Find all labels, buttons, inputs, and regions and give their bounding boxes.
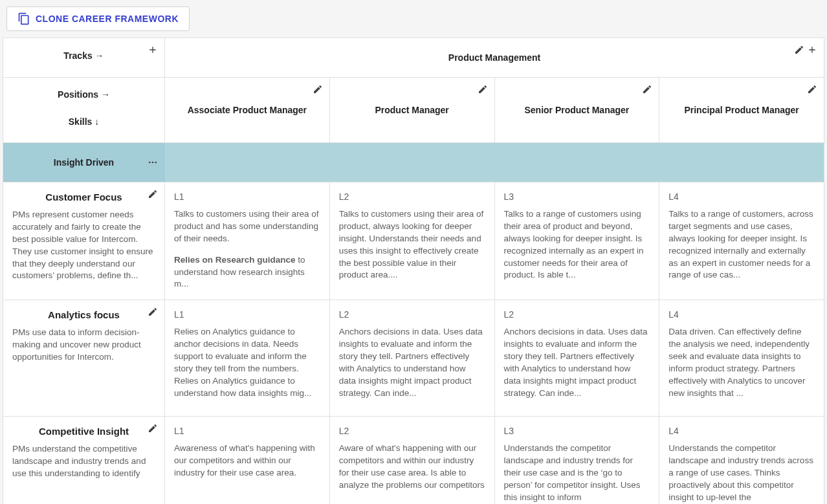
pencil-icon: [313, 84, 323, 94]
cell-body: Talks to a range of customers, across ta…: [668, 208, 815, 281]
svg-point-0: [149, 162, 151, 164]
position-title-2: Senior Product Manager: [524, 105, 629, 115]
edit-skill-1-button[interactable]: [146, 305, 159, 320]
level-label: L3: [504, 426, 650, 436]
copy-icon: [17, 12, 30, 25]
skill-desc-2: PMs understand the competitive landscape…: [12, 443, 155, 480]
cell-body: Anchors decisions in data. Uses data ins…: [339, 326, 485, 399]
category-menu-button[interactable]: [146, 156, 159, 171]
skill-1-cell-3: L4 Data driven. Can effectively define t…: [659, 300, 824, 416]
pencil-icon: [478, 84, 488, 94]
edit-skill-2-button[interactable]: [146, 422, 159, 437]
svg-point-2: [155, 162, 157, 164]
cell-body: Understands the competitor landscape and…: [668, 443, 815, 503]
position-title-1: Product Manager: [375, 105, 448, 115]
edit-position-1-button[interactable]: [476, 83, 489, 98]
cell-body: Relies on Analytics guidance to anchor d…: [174, 326, 320, 399]
pencil-icon: [642, 84, 652, 94]
cell-body-2: Relies on Research guidance to understan…: [174, 254, 320, 291]
cell-body: Data driven. Can effectively define the …: [668, 326, 815, 399]
edit-position-2-button[interactable]: [641, 83, 654, 98]
level-label: L4: [668, 426, 815, 436]
cell-body: Anchors decisions in data. Uses data ins…: [504, 326, 650, 399]
position-col-0: Associate Product Manager: [165, 78, 330, 142]
cell-body-strong: Relies on Research guidance: [174, 255, 296, 265]
skill-desc-0: PMs represent customer needs accurately …: [12, 209, 155, 282]
skill-1-cell-0: L1 Relies on Analytics guidance to ancho…: [165, 300, 330, 416]
skill-row-0: Customer Focus PMs represent customer ne…: [3, 182, 824, 300]
position-title-3: Principal Product Manager: [684, 105, 799, 115]
skill-2-cell-1: L2 Aware of what's happening with our co…: [330, 417, 495, 504]
level-label: L4: [668, 192, 815, 202]
edit-position-3-button[interactable]: [806, 83, 819, 98]
cell-body: Aware of what's happening with our compe…: [339, 443, 485, 492]
tracks-label: Tracks →: [11, 50, 157, 61]
level-label: L3: [504, 192, 650, 202]
edit-skill-0-button[interactable]: [146, 188, 159, 203]
skill-0-cell-2: L3 Talks to a range of customers using t…: [495, 182, 660, 300]
cell-body: Talks to customers using their area of p…: [174, 208, 320, 245]
skill-row-1: Analytics focus PMs use data to inform d…: [3, 300, 824, 416]
plus-icon: [807, 45, 817, 55]
pencil-icon: [148, 423, 158, 433]
track-title: Product Management: [448, 52, 540, 63]
tracks-header-row: Tracks → Product Management: [3, 38, 824, 77]
pencil-icon: [807, 84, 817, 94]
skill-2-cell-3: L4 Understands the competitor landscape …: [659, 417, 824, 504]
pencil-icon: [794, 45, 804, 55]
position-col-3: Principal Product Manager: [659, 78, 824, 142]
level-label: L2: [339, 309, 485, 320]
more-icon: [148, 157, 158, 168]
level-label: L1: [174, 309, 320, 320]
skill-2-cell-0: L1 Awareness of what's happening with ou…: [165, 417, 330, 504]
skill-desc-1: PMs use data to inform decision-making a…: [12, 327, 155, 364]
skill-title-2: Competitive Insight: [12, 426, 155, 437]
clone-framework-label: Clone Career Framework: [36, 14, 179, 24]
skill-2-cell-2: L3 Understands the competitor landscape …: [495, 417, 660, 504]
skill-row-2: Competitive Insight PMs understand the c…: [3, 416, 824, 504]
cell-body: Talks to a range of customers using thei…: [504, 208, 650, 281]
pencil-icon: [148, 189, 158, 199]
level-label: L2: [504, 309, 650, 320]
category-row: Insight Driven: [3, 142, 824, 182]
skill-title-1: Analytics focus: [12, 309, 155, 320]
level-label: L4: [668, 309, 815, 320]
svg-point-1: [152, 162, 154, 164]
add-in-track-button[interactable]: [806, 43, 819, 58]
skill-1-cell-2: L2 Anchors decisions in data. Uses data …: [495, 300, 660, 416]
edit-position-0-button[interactable]: [311, 83, 324, 98]
skill-1-cell-1: L2 Anchors decisions in data. Uses data …: [330, 300, 495, 416]
clone-framework-button[interactable]: Clone Career Framework: [6, 6, 190, 31]
skill-0-cell-3: L4 Talks to a range of customers, across…: [659, 182, 824, 300]
positions-header-row: Positions → Skills ↓ Associate Product M…: [3, 77, 824, 142]
position-col-2: Senior Product Manager: [495, 78, 660, 142]
cell-body: Understands the competitor landscape and…: [504, 443, 650, 503]
level-label: L2: [339, 426, 485, 436]
level-label: L2: [339, 192, 485, 202]
cell-body: Talks to customers using their area of p…: [339, 208, 485, 281]
cell-body: Awareness of what's happening with our c…: [174, 443, 320, 479]
skill-0-cell-0: L1 Talks to customers using their area o…: [165, 182, 330, 300]
pencil-icon: [148, 307, 158, 317]
positions-label: Positions →: [11, 89, 157, 100]
skill-0-cell-1: L2 Talks to customers using their area o…: [330, 182, 495, 300]
plus-icon: [148, 45, 158, 55]
position-title-0: Associate Product Manager: [188, 105, 307, 115]
edit-track-button[interactable]: [793, 43, 806, 58]
category-label: Insight Driven: [11, 157, 157, 168]
skills-label: Skills ↓: [11, 116, 157, 127]
add-track-button[interactable]: [146, 43, 159, 58]
position-col-1: Product Manager: [330, 78, 495, 142]
level-label: L1: [174, 192, 320, 202]
level-label: L1: [174, 426, 320, 436]
skill-title-0: Customer Focus: [12, 192, 155, 203]
